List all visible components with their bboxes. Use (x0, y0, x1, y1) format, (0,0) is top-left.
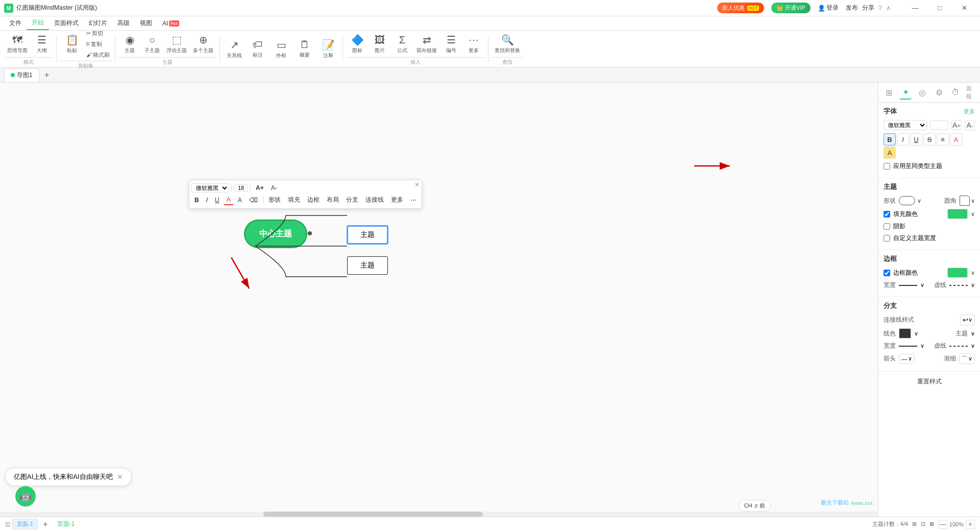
underline-button[interactable]: U (910, 133, 922, 146)
connect-style-select[interactable]: ↩ ∨ (960, 315, 975, 325)
toolbar-relation-button[interactable]: ↗ 关系线 (223, 37, 246, 61)
shape-selector[interactable]: ∨ (899, 196, 921, 205)
font-name-select[interactable]: 微软雅黑 (884, 120, 927, 130)
vip-button[interactable]: 👑 开通VIP (771, 3, 811, 13)
font-size-down-btn[interactable]: A- (965, 120, 975, 130)
menu-ai[interactable]: AI Hot (157, 18, 184, 29)
maximize-button[interactable]: □ (928, 0, 951, 16)
font-color-button[interactable]: A (950, 133, 962, 146)
floating-size-down[interactable]: A- (268, 183, 280, 192)
floating-font-select[interactable]: 微软雅黑 (191, 183, 229, 192)
border-width-dropdown[interactable]: ∨ (920, 282, 924, 288)
custom-width-checkbox[interactable] (884, 235, 890, 242)
login-button[interactable]: 👤 登录 (818, 4, 839, 12)
floating-erase[interactable]: ⌫ (246, 196, 261, 205)
floating-bold[interactable]: B (191, 196, 202, 205)
ai-bubble-close[interactable]: ✕ (117, 473, 123, 481)
toolbar-find-button[interactable]: 🔍 查找和替换 (492, 32, 523, 56)
panel-tab-style[interactable]: ✦ (899, 85, 912, 100)
font-size-input[interactable]: 18 (930, 120, 948, 130)
menu-start[interactable]: 开始 (27, 16, 49, 30)
toolbar-format-button[interactable]: 🖌 格式刷 (84, 50, 112, 60)
new-user-button[interactable]: 新人优惠 HOT (717, 3, 764, 13)
layout-icon-3[interactable]: ⊠ (929, 521, 934, 527)
branch-dash-line[interactable] (949, 346, 968, 347)
branch-dash-dropdown[interactable]: ∨ (971, 343, 975, 349)
italic-button[interactable]: I (897, 133, 909, 146)
canvas[interactable]: ✕ 微软雅黑 18 A+ A- B I U A A ⌫ 形状 (0, 83, 878, 517)
panel-tab-location[interactable]: ◎ (916, 85, 928, 100)
shape-oval-icon[interactable] (899, 196, 915, 205)
toolbar-more-insert-button[interactable]: ⋯ 更多 (462, 32, 485, 56)
scrollbar-thumb[interactable] (263, 512, 483, 517)
toolbar-multi-button[interactable]: ⊕ 多个主题 (190, 32, 216, 56)
tab-map1[interactable]: 导图1 (4, 68, 39, 82)
menu-advanced[interactable]: 高级 (112, 17, 135, 30)
publish-button[interactable]: 发布 (846, 4, 858, 12)
floating-underline[interactable]: U (212, 196, 223, 205)
panel-tab-settings[interactable]: ⚙ (933, 85, 945, 100)
font-size-up-btn[interactable]: A+ (951, 120, 962, 130)
branch-topic-dropdown[interactable]: ∨ (971, 330, 975, 337)
zoom-in-button[interactable]: + (966, 520, 975, 529)
toolbar-note-button[interactable]: 📝 注释 (317, 37, 339, 61)
corner-icon[interactable] (960, 196, 970, 206)
ai-avatar[interactable]: 🤖 (15, 486, 36, 506)
panel-tab-layout[interactable]: ⊞ (883, 85, 895, 100)
expand-button[interactable]: ∧ (886, 4, 891, 12)
border-color-swatch[interactable] (947, 268, 968, 278)
toolbar-mark-button[interactable]: 🏷 标注 (247, 37, 269, 61)
floating-size-up[interactable]: A+ (253, 183, 267, 192)
floating-connect[interactable]: 连接线 (362, 195, 387, 205)
canvas-scrollbar[interactable] (0, 512, 878, 517)
toolbar-outline-button2[interactable]: ▭ 外框 (270, 37, 292, 61)
topic-node-1[interactable]: 主题 (347, 226, 388, 244)
floating-italic[interactable]: I (203, 196, 211, 205)
floating-toolbar-close[interactable]: ✕ (414, 181, 420, 188)
toolbar-picture-button[interactable]: 🖼 图片 (369, 32, 391, 56)
toolbar-link-button[interactable]: ⇄ 双向链接 (413, 32, 440, 56)
toolbar-copy-button[interactable]: ⎘ 复制 (84, 39, 112, 49)
toolbar-subtopic-button[interactable]: ○ 子主题 (141, 32, 163, 56)
toolbar-cut-button[interactable]: ✂ 剪切 (84, 29, 112, 38)
tab-add-button[interactable]: + (41, 69, 53, 81)
align-button[interactable]: ≡ (937, 133, 949, 146)
menu-file[interactable]: 文件 (4, 17, 27, 30)
toolbar-mindmap-button[interactable]: 🗺 思维导图 (4, 32, 31, 56)
branch-width-line[interactable] (899, 346, 917, 347)
bold-button[interactable]: B (884, 133, 896, 146)
line-color-dropdown[interactable]: ∨ (914, 330, 918, 337)
ch-button[interactable]: CH ♬ 前 (739, 500, 771, 512)
font-more-button[interactable]: 更多 (964, 108, 975, 115)
fill-color-checkbox[interactable] (884, 211, 890, 218)
layout-icon-1[interactable]: ⊞ (912, 521, 917, 527)
topic-node-2[interactable]: 主题 (347, 256, 388, 275)
border-color-checkbox[interactable] (884, 270, 890, 276)
apply-same-type-checkbox[interactable] (884, 163, 890, 170)
border-width-line[interactable] (899, 285, 917, 286)
floating-extra[interactable]: ⋯ (407, 196, 420, 205)
floating-border[interactable]: 边框 (304, 195, 323, 205)
shadow-checkbox[interactable] (884, 223, 890, 230)
angle-selector[interactable]: ∨ (960, 196, 975, 206)
fill-color-swatch[interactable] (947, 209, 968, 219)
share-button[interactable]: 分享 (862, 4, 874, 12)
toolbar-serial-button[interactable]: ☰ 编号 (440, 32, 462, 56)
floating-highlight[interactable]: A (235, 196, 245, 205)
border-dash-line[interactable] (949, 285, 968, 286)
toolbar-theme-button[interactable]: ◉ 主题 (118, 32, 141, 56)
line-color-swatch[interactable] (899, 328, 911, 339)
floating-layout[interactable]: 布局 (324, 195, 342, 205)
layout-icon-2[interactable]: ⊡ (921, 521, 925, 527)
reset-style-button[interactable]: 重置样式 (878, 374, 980, 389)
floating-font-color[interactable]: A (224, 195, 234, 205)
page-add-button[interactable]: + (40, 519, 51, 530)
fine-select[interactable]: ⌒ ∨ (959, 353, 975, 364)
page-tab-1[interactable]: 页面-1 (12, 519, 38, 529)
toolbar-chart-button[interactable]: 🔷 图标 (346, 32, 369, 56)
floating-shape[interactable]: 形状 (265, 195, 284, 205)
highlight-button[interactable]: A (884, 147, 896, 159)
close-button[interactable]: ✕ (952, 0, 976, 16)
branch-width-dropdown[interactable]: ∨ (920, 343, 924, 349)
floating-more[interactable]: 更多 (388, 195, 406, 205)
